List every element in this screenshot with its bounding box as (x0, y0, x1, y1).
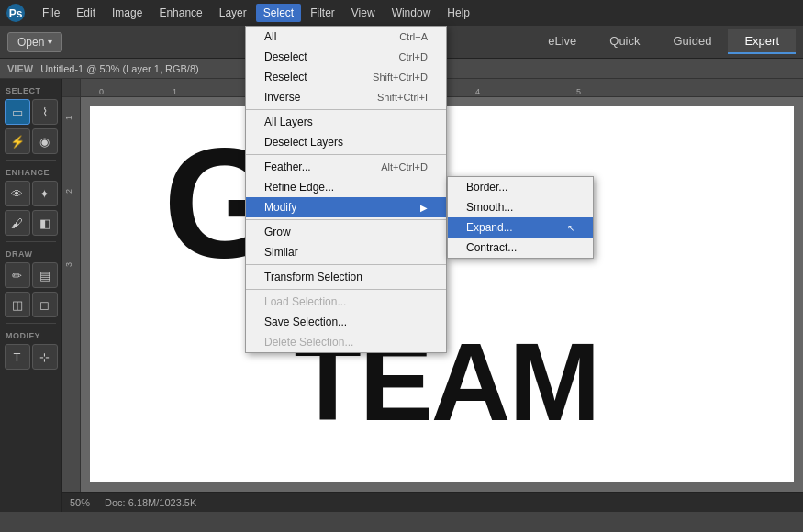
ruler-tick-v-2: 2 (64, 189, 73, 194)
tool-marquee[interactable]: ▭ (5, 99, 30, 125)
tool-eye[interactable]: 👁 (5, 181, 30, 206)
menu-transform-selection[interactable]: Transform Selection (246, 267, 446, 287)
tool-pencil[interactable]: ✏ (5, 262, 30, 288)
menu-edit[interactable]: Edit (69, 4, 103, 22)
tool-magic-wand[interactable]: ⚡ (5, 128, 30, 154)
draw-tools-row2: ◫ ◻ (0, 290, 61, 319)
left-toolbar: SELECT ▭ ⌇ ⚡ ◉ ENHANCE 👁 ✦ 🖌 ◧ DRAW ✏ ▤ … (0, 79, 62, 512)
menu-deselect[interactable]: Deselect Ctrl+D (246, 47, 446, 67)
tool-shape[interactable]: ◻ (32, 292, 58, 317)
tool-crop[interactable]: ⊹ (32, 344, 58, 370)
tool-spot-heal[interactable]: ✦ (32, 181, 58, 206)
select-dropdown: All Ctrl+A Deselect Ctrl+D Reselect Shif… (245, 26, 447, 353)
divider-b (246, 154, 446, 155)
ruler-tick-1: 1 (173, 87, 177, 96)
menu-help[interactable]: Help (440, 4, 477, 22)
ruler-tick-v-3: 3 (64, 262, 73, 267)
modify-tools-row: T ⊹ (0, 342, 61, 371)
menu-layer[interactable]: Layer (212, 4, 254, 22)
divider-d (246, 264, 446, 265)
submenu-expand[interactable]: Expand... ↖ (448, 217, 593, 238)
divider-2 (6, 241, 56, 242)
tool-selection-brush[interactable]: ◉ (32, 128, 58, 154)
ruler-tick-4: 4 (475, 87, 480, 96)
app-logo: Ps (4, 1, 28, 25)
submenu-smooth[interactable]: Smooth... (448, 197, 593, 217)
menu-window[interactable]: Window (385, 4, 439, 22)
tab-quick[interactable]: Quick (593, 29, 656, 54)
view-label: VIEW (7, 63, 33, 74)
menu-feather[interactable]: Feather... Alt+Ctrl+D (246, 157, 446, 177)
draw-section-label: DRAW (0, 246, 61, 260)
tab-expert[interactable]: Expert (728, 29, 796, 54)
menu-select[interactable]: Select (256, 4, 301, 22)
mode-tabs: eLive Quick Guided Expert (531, 29, 796, 54)
modify-section-label: MODIFY (0, 327, 61, 342)
menu-file[interactable]: File (35, 4, 67, 22)
menu-image[interactable]: Image (105, 4, 150, 22)
divider-3 (6, 323, 56, 324)
submenu-contract[interactable]: Contract... (448, 238, 593, 258)
open-button[interactable]: Open ▾ (7, 32, 62, 52)
divider-c (246, 219, 446, 220)
menu-deselect-layers[interactable]: Deselect Layers (246, 132, 446, 152)
enhance-section-label: ENHANCE (0, 164, 61, 179)
enhance-tools-row: 👁 ✦ (0, 179, 61, 208)
ruler-tick-5: 5 (576, 87, 581, 96)
tool-brush[interactable]: 🖌 (5, 210, 30, 236)
ruler-corner (62, 79, 81, 97)
select-tools-row2: ⚡ ◉ (0, 127, 61, 156)
status-bar: 50% Doc: 6.18M/1023.5K (62, 492, 803, 512)
menu-delete-selection: Delete Selection... (246, 332, 446, 352)
ruler-tick-0: 0 (99, 87, 104, 96)
tab-guided[interactable]: Guided (657, 29, 729, 54)
enhance-tools-row2: 🖌 ◧ (0, 208, 61, 238)
ruler-vertical: 1 2 3 (62, 97, 81, 492)
tool-text[interactable]: T (5, 344, 30, 370)
menu-enhance[interactable]: Enhance (151, 4, 209, 22)
zoom-level: 50% (70, 497, 90, 508)
doc-title: Untitled-1 @ 50% (Layer 1, RGB/8) (40, 63, 199, 74)
open-label: Open (17, 36, 44, 49)
menu-refine-edge[interactable]: Refine Edge... (246, 177, 446, 197)
tab-elive[interactable]: eLive (531, 29, 593, 54)
select-tools-row: ▭ ⌇ (0, 97, 61, 127)
menu-load-selection: Load Selection... (246, 292, 446, 312)
tool-lasso[interactable]: ⌇ (32, 99, 58, 125)
menu-similar[interactable]: Similar (246, 242, 446, 262)
draw-tools-row: ✏ ▤ (0, 260, 61, 290)
menu-reselect[interactable]: Reselect Shift+Ctrl+D (246, 67, 446, 87)
open-arrow: ▾ (48, 37, 52, 47)
menu-bar: Ps File Edit Image Enhance Layer Select … (0, 0, 803, 26)
menu-inverse[interactable]: Inverse Shift+Ctrl+I (246, 87, 446, 107)
divider-1 (6, 160, 56, 161)
menu-grow[interactable]: Grow (246, 222, 446, 242)
submenu-border[interactable]: Border... (448, 177, 593, 197)
tool-eraser[interactable]: ◧ (32, 210, 58, 236)
ruler-tick-v-1: 1 (64, 116, 73, 120)
divider-a (246, 109, 446, 110)
doc-size: Doc: 6.18M/1023.5K (105, 497, 196, 508)
menu-save-selection[interactable]: Save Selection... (246, 312, 446, 332)
tool-fill[interactable]: ▤ (32, 262, 58, 288)
menu-view[interactable]: View (344, 4, 383, 22)
cursor-indicator: ↖ (567, 223, 574, 233)
svg-text:Ps: Ps (9, 7, 23, 20)
menu-filter[interactable]: Filter (303, 4, 342, 22)
menu-modify[interactable]: Modify ▶ (246, 197, 446, 217)
menu-all[interactable]: All Ctrl+A (246, 27, 446, 47)
select-section-label: SELECT (0, 83, 61, 97)
divider-e (246, 289, 446, 290)
menu-all-layers[interactable]: All Layers (246, 112, 446, 132)
modify-submenu: Border... Smooth... Expand... ↖ Contract… (447, 176, 594, 259)
tool-gradient[interactable]: ◫ (5, 292, 30, 317)
